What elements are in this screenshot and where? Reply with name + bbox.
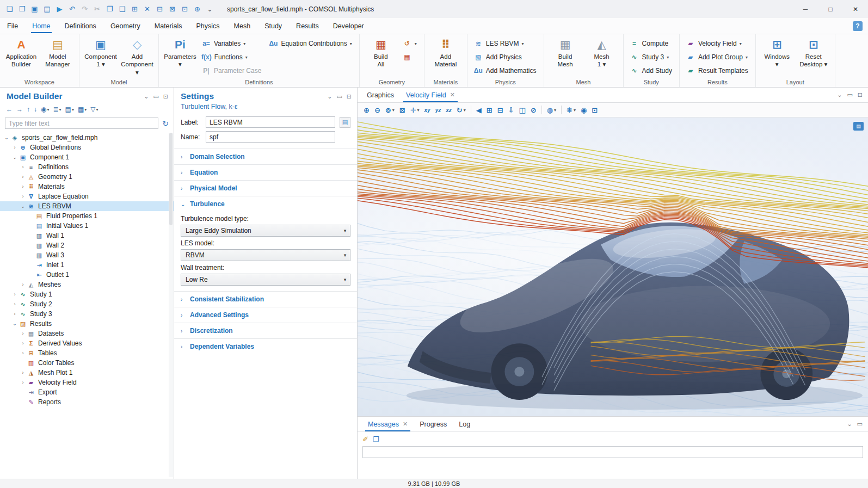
export-plot-icon[interactable]: ⇩: [506, 104, 516, 116]
menu-tab-home[interactable]: Home: [25, 18, 57, 34]
new-file-icon[interactable]: ❏: [3, 3, 16, 16]
save-icon[interactable]: ▣: [28, 3, 41, 16]
open-file-icon[interactable]: ❒: [16, 3, 28, 16]
node-group-icon[interactable]: ▦▾: [76, 104, 88, 115]
zoom-in-icon[interactable]: ⊕: [361, 104, 372, 116]
minimize-button[interactable]: ─: [793, 0, 818, 18]
tree-item-materials[interactable]: ›⠿Materials: [0, 182, 174, 192]
add-material-button[interactable]: ⠿Add Material: [428, 36, 463, 70]
image-snapshot-icon[interactable]: ⊟: [495, 104, 506, 116]
geometry-grid-button[interactable]: ▦: [400, 51, 420, 64]
update-solution-icon[interactable]: ⊕: [191, 3, 204, 16]
physics-interface-select[interactable]: ≋LES RBVM▾: [471, 37, 540, 50]
variables-button[interactable]: a=Variables▾: [199, 37, 264, 50]
redo-icon[interactable]: ↷: [78, 3, 91, 16]
run-icon[interactable]: ▶: [53, 3, 66, 16]
tree-expand-arrow-icon[interactable]: ›: [11, 145, 18, 150]
tree-item-wall-3[interactable]: ▥Wall 3: [0, 250, 174, 260]
tree-item-component-1[interactable]: ⌄▣Component 1: [0, 152, 174, 162]
section-consistent-stabilization[interactable]: ›Consistent Stabilization: [174, 291, 357, 307]
section-equation[interactable]: ›Equation: [174, 164, 357, 180]
go-back-icon[interactable]: ←: [4, 104, 14, 115]
tree-item-fluid-properties-1[interactable]: ▤Fluid Properties 1: [0, 211, 174, 221]
reset-desktop-button[interactable]: ⊡Reset Desktop ▾: [796, 36, 831, 70]
tree-expand-arrow-icon[interactable]: ›: [20, 350, 26, 356]
menu-tab-physics[interactable]: Physics: [189, 18, 226, 34]
mesh-1-button[interactable]: ◭Mesh 1 ▾: [584, 36, 619, 70]
tree-expand-arrow-icon[interactable]: ›: [20, 331, 26, 336]
help-icon[interactable]: ?: [853, 21, 863, 31]
name-input[interactable]: [206, 131, 335, 143]
tree-item-study-3[interactable]: ›∿Study 3: [0, 309, 174, 319]
tree-item-outlet-1[interactable]: ⇤Outlet 1: [0, 270, 174, 280]
copy-text-icon[interactable]: ❐: [373, 435, 379, 443]
tree-item-geometry-1[interactable]: ›◬Geometry 1: [0, 172, 174, 182]
tree-item-initial-values-1[interactable]: ▤Initial Values 1: [0, 221, 174, 231]
application-builder-button[interactable]: AApplication Builder: [4, 36, 39, 70]
show-table-icon[interactable]: ⊞: [484, 104, 495, 116]
rebuild-button[interactable]: ↺▾: [400, 37, 420, 50]
study-3-button[interactable]: ∿Study 3▾: [627, 51, 675, 64]
cut-icon[interactable]: ✂: [91, 3, 103, 16]
tree-item-les-rbvm[interactable]: ⌄≋LES RBVM: [0, 201, 174, 211]
tree-item-wall-2[interactable]: ▥Wall 2: [0, 240, 174, 250]
dock-panel-icon[interactable]: ⊡: [163, 93, 168, 100]
section-turbulence[interactable]: ⌄Turbulence: [174, 196, 357, 212]
tree-item-inlet-1[interactable]: ⇥Inlet 1: [0, 260, 174, 270]
menu-tab-study[interactable]: Study: [257, 18, 289, 34]
model-manager-button[interactable]: ▤Model Manager: [40, 36, 75, 70]
zoom-extents-icon[interactable]: ⊠: [397, 104, 408, 116]
graphics-canvas[interactable]: ▤: [358, 118, 868, 416]
menu-tab-mesh[interactable]: Mesh: [227, 18, 258, 34]
build-mesh-button[interactable]: ▦Build Mesh: [548, 36, 583, 70]
close-tab-icon[interactable]: ✕: [403, 421, 408, 428]
menu-tab-materials[interactable]: Materials: [147, 18, 189, 34]
menu-tab-definitions[interactable]: Definitions: [58, 18, 103, 34]
tree-collapse-arrow-icon[interactable]: ⌄: [11, 155, 18, 160]
tab-messages[interactable]: Messages✕: [362, 417, 414, 431]
collapse-all-icon[interactable]: ≣▾: [52, 104, 63, 115]
tree-item-tables[interactable]: ›⊞Tables: [0, 348, 174, 358]
tree-expand-arrow-icon[interactable]: ›: [20, 184, 26, 189]
compile-equations-icon[interactable]: ⊟: [153, 3, 166, 16]
paste-icon[interactable]: ❑: [116, 3, 128, 16]
print-icon[interactable]: ⊡: [589, 104, 600, 116]
view-zx-icon[interactable]: xz: [444, 104, 454, 116]
label-input[interactable]: [206, 116, 335, 128]
tree-expand-arrow-icon[interactable]: ›: [11, 301, 18, 307]
customize-quick-access-icon[interactable]: ⌄: [204, 3, 216, 16]
panel-menu-icon[interactable]: ⌄: [847, 421, 852, 428]
messages-output-box[interactable]: [362, 446, 863, 458]
expand-sections-icon[interactable]: ▤▾: [64, 104, 76, 115]
section-domain-selection[interactable]: ›Domain Selection: [174, 149, 357, 164]
wall-treatment-select[interactable]: Low Re▾: [181, 274, 350, 286]
panel-menu-icon[interactable]: ⌄: [144, 93, 149, 100]
tree-item-wall-1[interactable]: ▥Wall 1: [0, 231, 174, 240]
menu-tab-results[interactable]: Results: [289, 18, 326, 34]
zoom-out-icon[interactable]: ⊖: [372, 104, 383, 116]
view-xy-icon[interactable]: xy: [422, 104, 433, 116]
tree-item-definitions[interactable]: ›≡Definitions: [0, 162, 174, 172]
windows-button[interactable]: ⊞Windows ▾: [760, 36, 795, 70]
tree-item-derived-values[interactable]: ›ΣDerived Values: [0, 338, 174, 348]
scene-light-icon[interactable]: ❋▾: [564, 104, 578, 116]
clear-messages-icon[interactable]: ✐: [362, 435, 368, 443]
move-down-icon[interactable]: ↓: [32, 104, 39, 115]
zoom-selected-icon[interactable]: ⊚▾: [383, 104, 397, 116]
close-button[interactable]: ✕: [843, 0, 868, 18]
tree-item-study-1[interactable]: ›∿Study 1: [0, 289, 174, 299]
transparency-icon[interactable]: ◍▾: [545, 104, 558, 116]
matrix-icon[interactable]: ⊠: [166, 3, 178, 16]
go-to-view-icon[interactable]: ✛▾: [408, 104, 422, 116]
tree-expand-arrow-icon[interactable]: ›: [20, 164, 26, 170]
tree-expand-arrow-icon[interactable]: ›: [20, 370, 26, 375]
section-physical-model[interactable]: ›Physical Model: [174, 180, 357, 196]
dock-panel-icon[interactable]: ⊡: [347, 93, 352, 100]
maximize-panel-icon[interactable]: ⊡: [858, 91, 863, 98]
tree-item-mesh-plot-1[interactable]: ›◮Mesh Plot 1: [0, 368, 174, 378]
tree-item-reports[interactable]: ✎Reports: [0, 397, 174, 407]
section-dependent-variables[interactable]: ›Dependent Variables: [174, 338, 357, 354]
tree-collapse-arrow-icon[interactable]: ⌄: [3, 135, 10, 140]
panel-menu-icon[interactable]: ⌄: [837, 91, 842, 98]
float-panel-icon[interactable]: ▭: [847, 91, 852, 98]
